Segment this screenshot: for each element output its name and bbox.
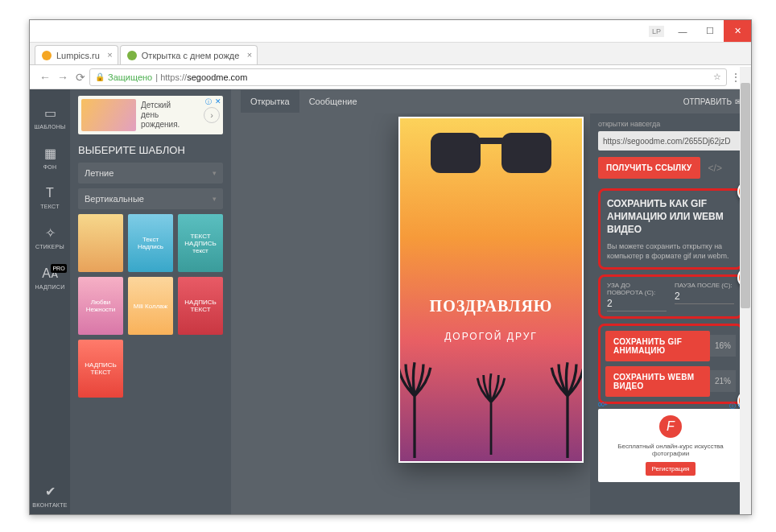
templates-panel: Детскийденьрождения. › ⓘ ✕ ВЫБЕРИТЕ ШАБЛ… <box>70 89 231 514</box>
save-desc: Вы можете сохранить открытку на компьюте… <box>607 241 734 261</box>
profile-badge: LP <box>649 26 664 37</box>
select-orientation[interactable]: Вертикальные▾ <box>78 188 223 209</box>
scrollbar-thumb[interactable] <box>741 83 750 308</box>
promo-ad[interactable]: 00+ ⓘ ✕ F Бесплатный онлайн-курс искусст… <box>598 409 743 482</box>
vk-icon: ✔ <box>45 484 56 499</box>
pause-after-input[interactable]: 2 <box>675 291 734 304</box>
select-category[interactable]: Летние▾ <box>78 163 223 184</box>
embed-icon[interactable]: </> <box>708 163 722 174</box>
pause-settings-box: 2 УЗА ДО ПОВОРОТА (С):2 ПАУЗА ПОСЛЕ (С):… <box>598 274 743 319</box>
hint-text: открытки навсегда <box>598 120 743 128</box>
ad-close-icon[interactable]: ✕ <box>215 97 221 105</box>
save-buttons-box: 3 СОХРАНИТЬ GIF АНИМАЦИЮ16% СОХРАНИТЬ WE… <box>598 324 743 404</box>
rail-captions[interactable]: PROAᴀНАДПИСИ <box>30 259 70 296</box>
save-title: СОХРАНИТЬ КАК GIF АНИМАЦИЮ ИЛИ WEBM ВИДЕ… <box>607 197 734 237</box>
template-thumb[interactable]: НАДПИСЬ ТЕКСТ <box>78 340 123 398</box>
window-titlebar: LP — ☐ ✕ <box>30 20 751 43</box>
promo-register-button[interactable]: Регистрация <box>646 462 696 476</box>
url-proto: https:// <box>160 72 187 82</box>
panel-title: ВЫБЕРИТЕ ШАБЛОН <box>78 144 223 156</box>
favicon-icon <box>127 51 137 60</box>
pause-after-label: ПАУЗА ПОСЛЕ (С): <box>675 282 734 289</box>
save-webm-button[interactable]: СОХРАНИТЬ WEBM ВИДЕО <box>605 366 710 397</box>
bookmark-star-icon[interactable]: ☆ <box>713 72 721 82</box>
save-as-box: 1 СОХРАНИТЬ КАК GIF АНИМАЦИЮ ИЛИ WEBM ВИ… <box>598 188 743 270</box>
left-icon-rail: ▭ШАБЛОНЫ ▦ФОН TТЕКСТ ✧СТИКЕРЫ PROAᴀНАДПИ… <box>30 89 70 514</box>
template-thumb[interactable]: Mili Коллаж <box>128 277 173 335</box>
background-icon: ▦ <box>44 146 56 161</box>
ad-text: Детскийденьрождения. <box>141 101 180 130</box>
favicon-icon <box>42 51 52 60</box>
tab-label: Открытка с днем рожде <box>142 51 240 60</box>
palm-graphic <box>550 348 584 461</box>
rail-text[interactable]: TТЕКСТ <box>30 179 70 216</box>
browser-window: LP — ☐ ✕ Lumpics.ru× Открытка с днем рож… <box>29 19 752 515</box>
window-maximize-button[interactable]: ☐ <box>696 20 724 42</box>
save-gif-button[interactable]: СОХРАНИТЬ GIF АНИМАЦИЮ <box>605 331 710 361</box>
postcard[interactable]: ПОЗДРАВЛЯЮ ДОРОГОЙ ДРУГ <box>398 117 584 463</box>
tab-segoodme[interactable]: Открытка с днем рожде× <box>120 45 258 64</box>
ad-image <box>81 99 136 131</box>
share-url-input[interactable]: https://segoodme.com/2655Dj62jzD <box>598 131 743 151</box>
tab-close-icon[interactable]: × <box>247 50 252 60</box>
canvas-tabs: Открытка Сообщение ОТПРАВИТЬ✉ <box>231 89 751 113</box>
get-link-button[interactable]: ПОЛУЧИТЬ ССЫЛКУ <box>598 157 700 179</box>
nav-reload-button[interactable]: ⟳ <box>72 68 89 86</box>
chevron-down-icon: ▾ <box>213 195 217 203</box>
canvas-area: Открытка Сообщение ОТПРАВИТЬ✉ ПОЗДРАВЛЯЮ… <box>231 89 751 514</box>
ad-banner[interactable]: Детскийденьрождения. › ⓘ ✕ <box>78 96 223 134</box>
nav-forward-button[interactable]: → <box>54 68 72 86</box>
rail-background[interactable]: ▦ФОН <box>30 139 70 176</box>
ad-arrow-icon[interactable]: › <box>204 107 220 123</box>
promo-credit: 00+ <box>598 402 608 407</box>
secure-label: Защищено <box>108 72 152 82</box>
right-sidebar: открытки навсегда https://segoodme.com/2… <box>590 113 751 514</box>
pro-badge: PRO <box>51 264 67 273</box>
tab-label: Lumpics.ru <box>56 51 100 60</box>
rail-templates[interactable]: ▭ШАБЛОНЫ <box>30 99 70 136</box>
tab-card[interactable]: Открытка <box>241 90 299 113</box>
sunglasses-graphic <box>431 133 551 179</box>
lock-icon: 🔒 <box>95 72 105 81</box>
palm-graphic <box>476 362 506 458</box>
template-thumb[interactable]: Любви Нежности <box>78 277 123 335</box>
stickers-icon: ✧ <box>45 225 56 241</box>
tab-lumpics[interactable]: Lumpics.ru× <box>35 45 118 64</box>
template-thumb[interactable] <box>78 214 123 272</box>
promo-text: Бесплатный онлайн-курс искусства фотогра… <box>605 443 737 457</box>
canvas-stage[interactable]: ПОЗДРАВЛЯЮ ДОРОГОЙ ДРУГ открытки навсегд… <box>231 113 751 514</box>
browser-tabs: Lumpics.ru× Открытка с днем рожде× <box>30 43 751 65</box>
gif-progress: 16% <box>710 335 736 357</box>
card-line1: ПОЗДРАВЛЯЮ <box>400 297 582 315</box>
app-body: ▭ШАБЛОНЫ ▦ФОН TТЕКСТ ✧СТИКЕРЫ PROAᴀНАДПИ… <box>30 89 751 514</box>
template-thumb[interactable]: НАДПИСЬ ТЕКСТ <box>178 277 223 335</box>
promo-logo-icon: F <box>659 415 682 438</box>
chevron-down-icon: ▾ <box>213 169 217 177</box>
window-minimize-button[interactable]: — <box>669 20 696 42</box>
rail-stickers[interactable]: ✧СТИКЕРЫ <box>30 219 70 256</box>
url-host: segoodme.com <box>187 72 247 82</box>
window-close-button[interactable]: ✕ <box>724 20 751 42</box>
text-icon: T <box>46 186 54 200</box>
template-thumb[interactable]: ТЕКСТ НАДПИСЬ текст <box>178 214 223 272</box>
palm-graphic <box>398 348 432 461</box>
adchoices-icon[interactable]: ⓘ <box>205 97 212 106</box>
tab-close-icon[interactable]: × <box>107 50 112 60</box>
pause-before-input[interactable]: 2 <box>607 298 667 311</box>
template-thumbnails: Текст Надпись ТЕКСТ НАДПИСЬ текст Любви … <box>78 214 223 398</box>
nav-back-button[interactable]: ← <box>36 68 54 86</box>
vertical-scrollbar[interactable] <box>740 67 751 514</box>
address-bar[interactable]: 🔒 Защищено | https:// segoodme.com ☆ <box>89 68 727 86</box>
pause-before-label: УЗА ДО ПОВОРОТА (С): <box>607 282 667 296</box>
tab-message[interactable]: Сообщение <box>299 90 367 113</box>
webm-progress: 21% <box>710 370 736 392</box>
address-bar-row: ← → ⟳ 🔒 Защищено | https:// segoodme.com… <box>30 65 751 89</box>
template-thumb[interactable]: Текст Надпись <box>128 214 173 272</box>
card-line2: ДОРОГОЙ ДРУГ <box>400 331 582 342</box>
templates-icon: ▭ <box>44 105 56 121</box>
rail-vk[interactable]: ✔ВКОНТАКТЕ <box>30 477 70 514</box>
